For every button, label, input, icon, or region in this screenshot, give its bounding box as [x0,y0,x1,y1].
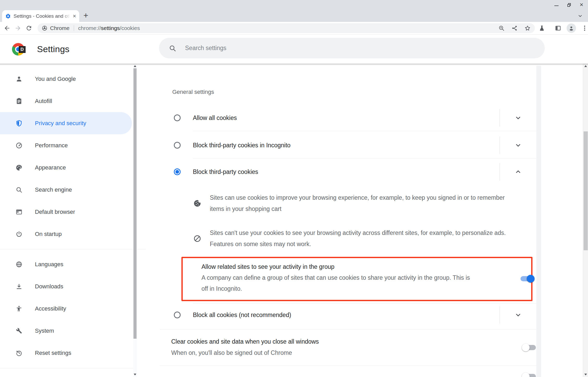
sidebar-item-label: Search engine [35,186,72,193]
sidebar-scrollbar[interactable] [133,64,137,377]
do-not-track-toggle[interactable] [522,373,536,377]
sidebar-item-accessibility[interactable]: Accessibility [0,297,132,320]
radio-row-block-third-party[interactable]: Block third-party cookies [160,159,536,185]
row-separator [500,109,500,127]
reload-icon[interactable] [26,25,32,32]
share-icon[interactable] [511,25,518,31]
clear-cookies-title: Clear cookies and site data when you clo… [171,336,536,347]
bookmark-star-icon[interactable] [524,25,531,31]
clear-cookies-subtitle: When on, you'll also be signed out of Ch… [171,347,536,358]
experiments-beaker-icon[interactable] [538,25,545,32]
new-tab-button[interactable]: + [83,11,88,20]
sidebar-item-privacy-and-security[interactable]: Privacy and security [0,112,132,134]
radio-unselected-icon[interactable] [174,312,181,318]
cookie-icon [193,199,201,207]
scroll-up-icon[interactable] [584,65,587,67]
sidebar-item-label: Performance [35,142,68,149]
detail-cookies-blocked: Sites can't use your cookies to see your… [193,227,522,250]
sidebar-item-default-browser[interactable]: Default browser [0,201,132,223]
sidebar-item-reset-settings[interactable]: Reset settings [0,342,132,364]
scroll-down-icon[interactable] [584,374,587,375]
row-separator [500,136,500,154]
minimize-button[interactable] [554,2,559,7]
address-bar[interactable]: Chrome chrome://settings/cookies [38,23,535,33]
sidebar-item-you-and-google[interactable]: You and Google [0,68,132,90]
chevron-down-icon[interactable] [515,114,522,121]
section-title: General settings [172,89,214,95]
sidebar-item-label: System [35,327,54,334]
clipboard-icon [16,98,22,105]
radio-row-allow-all-cookies[interactable]: Allow all cookies [160,105,536,131]
restore-icon [567,3,571,7]
window-titlebar: × [0,0,588,9]
toggle-knob [522,344,530,351]
scroll-up-icon[interactable] [134,65,136,67]
settings-search[interactable] [159,38,545,58]
globe-icon [16,261,22,268]
toggle-knob [522,373,530,377]
back-icon[interactable] [4,25,10,32]
row-separator [500,306,500,324]
avatar[interactable] [567,23,576,33]
clear-cookies-row[interactable]: Clear cookies and site data when you clo… [160,329,536,366]
highlight-box-related-sites: Allow related sites to see your activity… [181,257,532,301]
chevron-down-icon[interactable] [515,312,522,318]
dev-badge: D [19,46,26,53]
radio-row-block-all-cookies[interactable]: Block all cookies (not recommended) [160,303,536,326]
related-sites-toggle[interactable] [520,276,534,282]
browser-window: × Settings - Cookies and other si × + [0,0,588,377]
settings-page-body: You and Google Autofill Privacy and secu… [0,64,588,377]
sidebar-divider [0,249,146,249]
history-icon [16,350,22,356]
page-scrollbar[interactable] [583,64,588,377]
page-scrollbar-thumb[interactable] [584,131,588,250]
chevron-up-icon[interactable] [515,168,522,175]
sidebar-item-label: Reset settings [35,350,71,356]
tab-close-icon[interactable]: × [73,14,76,19]
row-separator [500,163,500,181]
sidebar-item-search-engine[interactable]: Search engine [0,179,132,201]
sidebar-item-label: Downloads [35,283,63,290]
sidebar-item-label: Autofill [35,98,52,105]
blocked-icon [193,235,201,242]
radio-row-block-third-party-incognito[interactable]: Block third-party cookies in Incognito [160,132,536,158]
url-app-label: Chrome [50,25,70,31]
tab-strip: Settings - Cookies and other si × + [0,9,588,22]
scroll-down-icon[interactable] [134,374,136,375]
menu-kebab-icon[interactable] [581,25,588,32]
radio-unselected-icon[interactable] [174,142,181,149]
sidebar-item-system[interactable]: System [0,320,132,342]
sidebar-item-appearance[interactable]: Appearance [0,156,132,179]
radio-unselected-icon[interactable] [174,114,181,121]
gear-favicon-icon [5,13,11,19]
search-input[interactable] [185,45,472,52]
sidebar-item-performance[interactable]: Performance [0,134,132,156]
do-not-track-row[interactable]: Send a "Do Not Track" request with your … [160,366,536,377]
side-panel-icon[interactable] [555,25,561,32]
restore-button[interactable] [567,2,571,7]
clear-cookies-toggle[interactable] [522,344,536,351]
search-engine-icon [16,186,22,193]
forward-icon[interactable] [15,25,21,32]
divider [193,131,536,131]
zoom-in-icon[interactable] [498,25,505,31]
close-button[interactable]: × [579,2,584,7]
url-text: chrome://settings/cookies [78,25,140,31]
sidebar-item-label: On startup [35,231,62,238]
sidebar-scrollbar-thumb[interactable] [133,68,137,339]
sidebar-item-downloads[interactable]: Downloads [0,275,132,297]
header-shadow [0,64,588,65]
related-sites-description: A company can define a group of sites th… [201,272,473,294]
download-icon [16,283,22,290]
chevron-down-icon[interactable] [515,142,522,149]
sidebar-item-languages[interactable]: Languages [0,253,132,275]
accessibility-icon [16,305,22,312]
radio-selected-icon[interactable] [174,168,181,175]
sidebar-item-autofill[interactable]: Autofill [0,90,132,112]
sidebar-item-label: Languages [35,261,63,268]
search-icon [169,45,176,52]
tab-settings[interactable]: Settings - Cookies and other si × [2,10,79,22]
sidebar-item-on-startup[interactable]: On startup [0,223,132,245]
tab-search-chevron-icon[interactable] [578,13,583,20]
power-icon [16,231,22,238]
